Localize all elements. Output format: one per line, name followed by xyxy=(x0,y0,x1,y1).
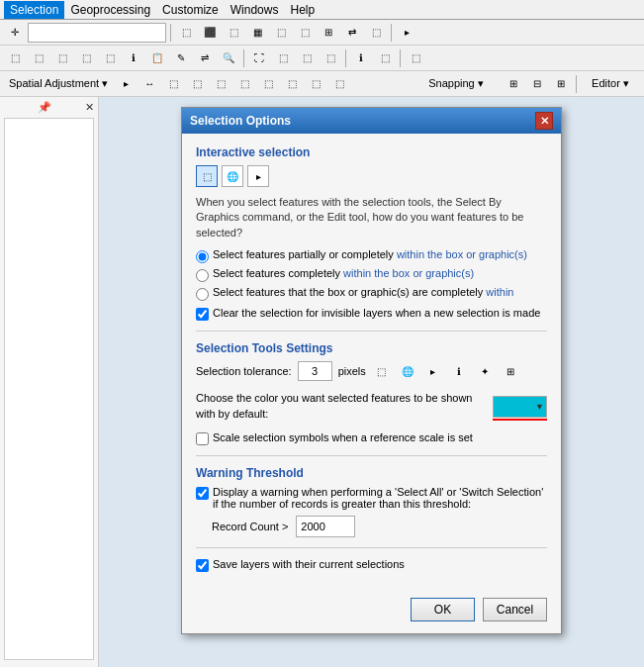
panel-header: 📌 ✕ xyxy=(4,101,94,114)
separator-4 xyxy=(345,49,346,67)
tolerance-icon-1[interactable]: ⬚ xyxy=(372,361,392,381)
clear-selection-label: Clear the selection for invisible layers… xyxy=(213,307,540,319)
cancel-button[interactable]: Cancel xyxy=(483,598,547,621)
tool-5[interactable]: ⬚ xyxy=(270,22,292,44)
save-layers-label: Save layers with their current selection… xyxy=(213,558,405,570)
tool-8[interactable]: ⇄ xyxy=(341,22,363,44)
tool-w[interactable]: ⬚ xyxy=(257,73,279,95)
radio-3[interactable] xyxy=(196,288,209,301)
tolerance-icon-2[interactable]: 🌐 xyxy=(398,361,417,381)
selection-options-dialog: Selection Options ✕ Interactive selectio… xyxy=(181,107,562,634)
menu-selection[interactable]: Selection xyxy=(4,1,64,19)
snapping-dropdown[interactable]: Snapping ▾ xyxy=(412,73,501,95)
save-layers-checkbox-label[interactable]: Save layers with their current selection… xyxy=(196,558,547,572)
separator-1 xyxy=(170,24,171,42)
separator-3 xyxy=(243,49,244,67)
tool-6[interactable]: ⬚ xyxy=(294,22,316,44)
tool-9[interactable]: ⬚ xyxy=(365,22,387,44)
tool-l[interactable]: ⬚ xyxy=(272,48,294,69)
cursor-tool[interactable]: ▸ xyxy=(115,73,137,95)
tool-i[interactable]: ⇌ xyxy=(194,48,216,69)
menu-customize[interactable]: Customize xyxy=(156,1,225,19)
panel-pin[interactable]: 📌 xyxy=(38,101,51,114)
tool-g[interactable]: 📋 xyxy=(146,48,168,69)
tool-u[interactable]: ⬚ xyxy=(210,73,231,95)
tool-p[interactable]: ⬚ xyxy=(374,48,396,69)
dialog-footer: OK Cancel xyxy=(182,590,561,633)
dialog-body: Interactive selection ⬚ 🌐 ▸ When you sel… xyxy=(182,134,561,590)
tool-grid3[interactable]: ⊞ xyxy=(550,73,572,95)
tolerance-lightning[interactable]: ✦ xyxy=(475,361,495,381)
tool-3[interactable]: ⬚ xyxy=(223,22,244,44)
selection-icon-1[interactable]: ⬚ xyxy=(196,165,218,187)
tool-b[interactable]: ⬚ xyxy=(28,48,49,69)
map-area: Selection Options ✕ Interactive selectio… xyxy=(99,97,644,667)
tool-a[interactable]: ⬚ xyxy=(4,48,26,69)
scale-label: Scale selection symbols when a reference… xyxy=(213,431,473,443)
tool-r[interactable]: ↔ xyxy=(138,73,160,95)
menu-geoprocessing[interactable]: Geoprocessing xyxy=(64,1,156,19)
tool-10[interactable]: ▸ xyxy=(396,22,417,44)
record-count-input[interactable] xyxy=(296,516,355,537)
tool-d[interactable]: ⬚ xyxy=(75,48,97,69)
tool-o[interactable]: ℹ xyxy=(350,48,372,69)
tool-y[interactable]: ⬚ xyxy=(305,73,326,95)
radio-item-1[interactable]: Select features partially or completely … xyxy=(196,248,547,263)
tool-n[interactable]: ⬚ xyxy=(320,48,341,69)
tool-e[interactable]: ⬚ xyxy=(99,48,121,69)
tool-f[interactable]: ℹ xyxy=(123,48,144,69)
tolerance-input[interactable] xyxy=(298,361,332,381)
warning-checkbox[interactable] xyxy=(196,487,209,500)
dialog-overlay: Selection Options ✕ Interactive selectio… xyxy=(99,97,644,667)
tool-s[interactable]: ⬚ xyxy=(162,73,184,95)
clear-selection-checkbox-label[interactable]: Clear the selection for invisible layers… xyxy=(196,307,547,321)
menu-help[interactable]: Help xyxy=(284,1,321,19)
tool-grid[interactable]: ⊞ xyxy=(503,73,524,95)
tool-4[interactable]: ▦ xyxy=(246,22,268,44)
select-tool[interactable]: ⬚ xyxy=(175,22,197,44)
color-picker-button[interactable] xyxy=(493,396,547,418)
radio-1-label: Select features partially or completely … xyxy=(213,248,527,260)
tool-z[interactable]: ⬚ xyxy=(328,73,350,95)
radio-item-3[interactable]: Select features that the box or graphic(… xyxy=(196,286,547,301)
tolerance-icon-3[interactable]: ▸ xyxy=(423,361,443,381)
tolerance-table[interactable]: ⊞ xyxy=(501,361,520,381)
tool-h[interactable]: ✎ xyxy=(170,48,192,69)
tool-7[interactable]: ⊞ xyxy=(318,22,339,44)
add-button[interactable]: ✛ xyxy=(4,22,26,44)
tool-t[interactable]: ⬚ xyxy=(186,73,208,95)
layer-dropdown[interactable] xyxy=(28,23,166,43)
dialog-close-button[interactable]: ✕ xyxy=(535,112,553,130)
selection-icon-3[interactable]: ▸ xyxy=(247,165,269,187)
tool-j[interactable]: 🔍 xyxy=(218,48,239,69)
tool-m[interactable]: ⬚ xyxy=(296,48,318,69)
tool-grid2[interactable]: ⊟ xyxy=(526,73,548,95)
radio-1[interactable] xyxy=(196,250,209,263)
divider-1 xyxy=(196,331,547,332)
main-area: 📌 ✕ Selection Options ✕ Interactive sele… xyxy=(0,97,644,667)
radio-item-2[interactable]: Select features completely within the bo… xyxy=(196,267,547,282)
clear-selection-checkbox[interactable] xyxy=(196,308,209,321)
scale-checkbox-label[interactable]: Scale selection symbols when a reference… xyxy=(196,431,547,445)
tool-c[interactable]: ⬚ xyxy=(51,48,73,69)
radio-2[interactable] xyxy=(196,269,209,282)
spatial-adj-dropdown[interactable]: Spatial Adjustment ▾ xyxy=(4,73,113,95)
tool-x[interactable]: ⬚ xyxy=(281,73,303,95)
tool-k[interactable]: ⛶ xyxy=(248,48,270,69)
tool-v[interactable]: ⬚ xyxy=(233,73,255,95)
save-layers-checkbox[interactable] xyxy=(196,559,209,572)
selection-icon-2[interactable]: 🌐 xyxy=(222,165,243,187)
warning-checkbox-label[interactable]: Display a warning when performing a 'Sel… xyxy=(196,486,547,510)
editor-dropdown[interactable]: Editor ▾ xyxy=(581,73,640,95)
ok-button[interactable]: OK xyxy=(411,598,475,621)
interactive-selection-desc: When you select features with the select… xyxy=(196,195,547,240)
selection-tools-title: Selection Tools Settings xyxy=(196,341,547,355)
scale-checkbox[interactable] xyxy=(196,432,209,445)
tool-q[interactable]: ⬚ xyxy=(405,48,426,69)
menu-windows[interactable]: Windows xyxy=(225,1,285,19)
color-row: Choose the color you want selected featu… xyxy=(196,391,547,422)
tool-2[interactable]: ⬛ xyxy=(199,22,221,44)
panel-close[interactable]: ✕ xyxy=(85,101,94,114)
tolerance-info[interactable]: ℹ xyxy=(449,361,469,381)
divider-3 xyxy=(196,547,547,548)
